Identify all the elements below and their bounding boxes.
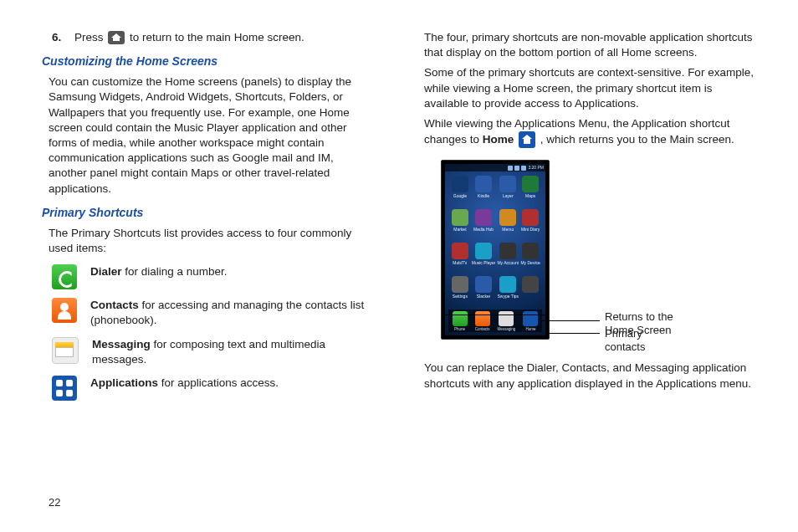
app-label: Kindle — [478, 193, 489, 199]
phone-frame: 3:20 PM GoogleKindleLayerMapsMarketMedia… — [441, 160, 550, 340]
status-icon — [514, 166, 519, 171]
app-cell: Layer — [497, 176, 519, 207]
app-cell: My Account — [497, 243, 519, 274]
app-label: Media Hub — [473, 227, 494, 233]
shortcut-list: Dialer for dialing a number. Contacts fo… — [42, 264, 374, 401]
left-column: 6. Press to return to the main Home scre… — [42, 25, 374, 409]
home-icon — [519, 131, 535, 148]
para-replace: You can replace the Dialer, Contacts, an… — [424, 361, 756, 391]
shortcut-messaging: Messaging for composing text and multime… — [52, 337, 374, 367]
app-label: Music Player — [472, 260, 496, 266]
callout-primary: Primary contacts — [605, 327, 680, 353]
para-context: Some of the primary shortcuts are contex… — [424, 65, 756, 111]
app-cell: Google — [450, 176, 470, 207]
shortcut-contacts: Contacts for accessing and managing the … — [52, 298, 374, 328]
app-label: Layer — [503, 193, 514, 199]
status-bar: 3:20 PM — [445, 164, 545, 171]
app-label: Google — [453, 193, 467, 199]
app-icon — [452, 209, 468, 226]
app-cell: Market — [450, 209, 470, 241]
app-icon — [475, 176, 492, 192]
contacts-icon — [52, 298, 77, 323]
shortcut-applications: Applications for applications access. — [52, 376, 374, 401]
phone-figure: 3:20 PM GoogleKindleLayerMapsMarketMedia… — [424, 160, 756, 352]
app-label: Swype Tips — [498, 294, 519, 299]
shortcut-name: Messaging — [92, 338, 151, 350]
app-cell — [520, 276, 540, 308]
page-number: 22 — [49, 496, 60, 509]
app-grid: GoogleKindleLayerMapsMarketMedia HubMemo… — [450, 176, 540, 312]
app-icon — [475, 209, 492, 226]
shortcut-desc: for applications access. — [158, 376, 279, 389]
app-icon — [499, 176, 516, 192]
shortcut-text: Messaging for composing text and multime… — [92, 337, 374, 367]
shortcut-name: Applications — [90, 376, 158, 389]
para-nonmovable: The four, primary shortcuts are non-mova… — [424, 30, 756, 60]
step-text-a: Press — [74, 31, 106, 43]
app-label: Maps — [525, 193, 535, 199]
text-b: , which returns you to the Main screen. — [540, 133, 734, 146]
messaging-icon — [52, 337, 79, 364]
app-icon — [522, 209, 539, 226]
step-6: 6. Press to return to the main Home scre… — [42, 30, 374, 45]
para-primary-shortcuts: The Primary Shortcuts list provides acce… — [42, 226, 374, 256]
app-icon — [475, 276, 492, 293]
callout-line — [541, 320, 600, 321]
right-column: The four, primary shortcuts are non-mova… — [424, 25, 756, 409]
app-cell: Memo — [497, 209, 519, 241]
shortcut-name: Contacts — [90, 299, 139, 311]
app-label: My Account — [497, 260, 519, 266]
dock-bracket — [444, 315, 548, 338]
app-icon — [452, 276, 468, 293]
app-cell: Slacker — [472, 276, 496, 308]
phone-screen: 3:20 PM GoogleKindleLayerMapsMarketMedia… — [445, 164, 545, 335]
para-customizing: You can customize the Home screens (pane… — [42, 74, 374, 197]
app-cell: Maps — [520, 176, 540, 207]
app-label: Memo — [502, 227, 514, 233]
status-icon — [508, 166, 513, 171]
para-home-shortcut: While viewing the Applications Menu, the… — [424, 116, 756, 148]
dialer-icon — [52, 264, 77, 289]
app-label: Settings — [453, 294, 468, 299]
app-label: Slacker — [477, 294, 491, 299]
shortcut-text: Dialer for dialing a number. — [90, 264, 374, 279]
app-icon — [452, 176, 468, 192]
callout-line — [546, 333, 600, 334]
app-icon — [499, 276, 516, 293]
step-number: 6. — [52, 31, 61, 43]
app-icon — [522, 176, 539, 192]
app-icon — [522, 276, 539, 293]
app-cell: Kindle — [472, 176, 496, 207]
status-time: 3:20 PM — [528, 165, 544, 171]
app-label: Mini Diary — [521, 227, 540, 233]
shortcut-dialer: Dialer for dialing a number. — [52, 264, 374, 289]
app-cell: Swype Tips — [497, 276, 519, 308]
app-icon — [452, 243, 468, 259]
app-cell: Mini Diary — [520, 209, 540, 241]
app-label: MobiTV — [453, 260, 467, 266]
app-cell: Media Hub — [472, 209, 496, 241]
app-label: Market — [453, 227, 466, 233]
heading-customizing: Customizing the Home Screens — [42, 54, 374, 69]
app-label: My Device — [520, 260, 540, 266]
step-text-b: to return to the main Home screen. — [130, 31, 304, 43]
app-cell: My Device — [520, 243, 540, 274]
app-icon — [499, 209, 516, 226]
app-cell: Settings — [450, 276, 470, 308]
home-label: Home — [483, 133, 514, 146]
shortcut-desc: for dialing a number. — [122, 265, 228, 278]
heading-primary-shortcuts: Primary Shortcuts — [42, 205, 374, 221]
app-cell: Music Player — [472, 243, 496, 274]
app-icon — [522, 243, 539, 259]
status-icon — [521, 166, 526, 171]
shortcut-text: Contacts for accessing and managing the … — [90, 298, 374, 328]
app-icon — [475, 243, 492, 259]
home-key-icon — [108, 31, 125, 44]
app-cell: MobiTV — [450, 243, 470, 274]
app-icon — [499, 243, 516, 259]
applications-icon — [52, 376, 77, 401]
shortcut-name: Dialer — [90, 265, 122, 278]
shortcut-text: Applications for applications access. — [90, 376, 374, 391]
